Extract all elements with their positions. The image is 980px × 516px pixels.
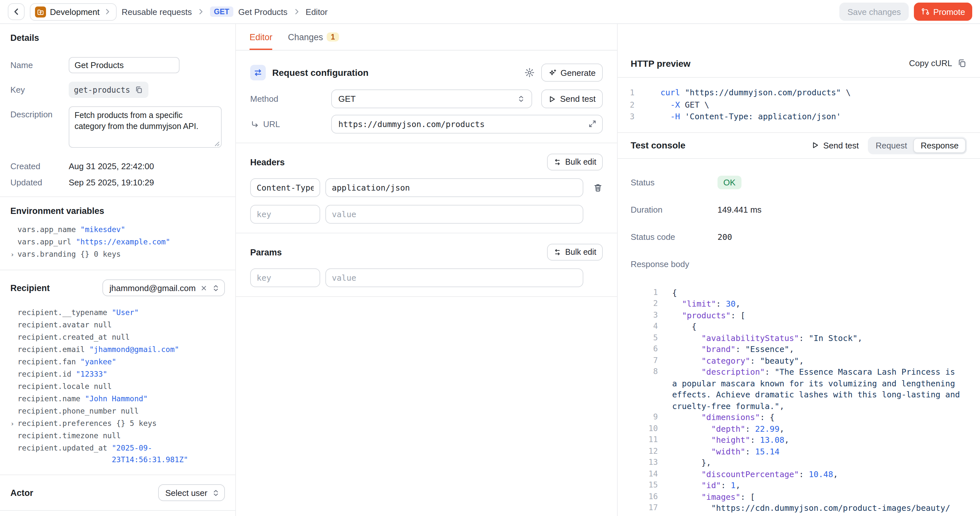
bulk-edit-icon: [554, 248, 561, 256]
line-number: 5: [618, 332, 658, 344]
send-test-button[interactable]: Send test: [541, 89, 603, 108]
breadcrumb-reusable-requests[interactable]: Reusable requests: [121, 7, 192, 16]
url-label: URL: [263, 119, 280, 129]
param-value-input[interactable]: [325, 268, 583, 287]
line-number: 4: [618, 321, 658, 332]
breadcrumb-request-name[interactable]: Get Products: [238, 7, 288, 16]
expand-chevron-icon[interactable]: ›: [10, 418, 18, 430]
recipient-select[interactable]: jhammond@gmail.com: [102, 279, 225, 296]
divider: [0, 196, 235, 197]
code-text: effects. Achieve dramatic lashes with th…: [672, 389, 960, 400]
toggle-request[interactable]: Request: [869, 138, 913, 153]
bulk-edit-icon: [554, 158, 561, 166]
line-number: 6: [618, 344, 658, 355]
request-config-section: Request configuration Generate Method GE…: [236, 51, 617, 516]
params-bulk-edit-button[interactable]: Bulk edit: [547, 244, 603, 261]
back-button[interactable]: [8, 3, 25, 20]
play-icon: [811, 141, 819, 149]
header-value-input[interactable]: [325, 205, 583, 224]
code-line: 15 "id": 1,: [618, 480, 980, 491]
line-number: 1: [618, 87, 635, 99]
code-text: "availabilityStatus": "In Stock",: [672, 332, 862, 344]
method-badge: GET: [210, 6, 233, 17]
select-chevrons-icon: [212, 489, 220, 497]
promote-button[interactable]: Promote: [914, 3, 972, 21]
description-field[interactable]: [69, 106, 222, 148]
header-key-input[interactable]: [250, 178, 320, 197]
save-changes-button[interactable]: Save changes: [840, 3, 909, 21]
promote-branch-icon: [921, 8, 929, 16]
property-row: ›recipient.email"jhammond@gmail.com": [10, 344, 225, 356]
line-number: 3: [618, 111, 635, 123]
status-badge: OK: [718, 176, 741, 189]
copy-icon: [957, 58, 967, 68]
divider: [236, 233, 617, 233]
code-line: 9 "dimensions": {: [618, 412, 980, 423]
code-text: "description": "The Essence Mascara Lash…: [672, 366, 955, 377]
updated-value: Sep 25 2025, 19:10:29: [69, 178, 154, 187]
code-text: a popular mascara known for its volumizi…: [672, 377, 955, 389]
tab-editor[interactable]: Editor: [250, 24, 272, 50]
trash-icon: [593, 183, 603, 193]
line-number: 10: [618, 423, 658, 434]
console-send-test-button[interactable]: Send test: [811, 140, 859, 150]
name-field[interactable]: [69, 57, 180, 73]
property-key: recipient.created_at: [18, 331, 107, 343]
resize-handle-icon[interactable]: [214, 141, 220, 147]
updated-label: Updated: [10, 178, 69, 187]
property-row: ›recipient.name"John Hammond": [10, 393, 225, 405]
duration-label: Duration: [631, 205, 718, 215]
delete-header-button[interactable]: [593, 183, 603, 193]
header-value-input[interactable]: [325, 178, 583, 197]
property-row: ›vars.app_url"https://example.com": [10, 236, 225, 248]
settings-gear-icon[interactable]: [524, 67, 535, 78]
copy-key-icon[interactable]: [135, 86, 143, 94]
clear-recipient-icon[interactable]: [200, 284, 207, 291]
property-row: ›recipient.avatarnull: [10, 319, 225, 331]
select-chevrons-icon: [517, 95, 525, 103]
property-key: recipient.phone_number: [18, 405, 116, 417]
curl-code: 1curl "https://dummyjson.com/products" \…: [618, 78, 980, 132]
request-configuration-title: Request configuration: [272, 67, 369, 78]
headers-bulk-edit-button[interactable]: Bulk edit: [547, 154, 603, 170]
expand-icon[interactable]: [588, 119, 597, 128]
status-label: Status: [631, 178, 718, 187]
env-vars-title: Environment variables: [10, 206, 225, 216]
response-body-label: Response body: [631, 259, 718, 269]
request-response-toggle: Request Response: [868, 137, 967, 154]
property-key: recipient.updated_at: [18, 442, 107, 454]
key-label: Key: [10, 82, 69, 98]
actor-title: Actor: [10, 488, 33, 497]
headers-title: Headers: [250, 157, 285, 167]
property-key: recipient.name: [18, 393, 80, 405]
toggle-response[interactable]: Response: [913, 138, 966, 153]
url-input[interactable]: [331, 115, 603, 134]
response-json: 1{2 "limit": 30,3 "products": [4 {5 "ava…: [618, 283, 980, 516]
copy-curl-button[interactable]: Copy cURL: [909, 58, 967, 68]
code-line: effects. Achieve dramatic lashes with th…: [618, 389, 980, 400]
code-text: essence-mascara-lash-princess/1.webp": [672, 514, 853, 516]
line-number: 7: [618, 355, 658, 366]
property-value: "https://example.com": [76, 236, 170, 248]
method-select[interactable]: GET: [331, 89, 532, 108]
code-line: 8 "description": "The Essence Mascara La…: [618, 366, 980, 377]
expand-chevron-icon[interactable]: ›: [10, 249, 18, 261]
actor-select[interactable]: Select user: [158, 484, 225, 501]
property-row: ›recipient.phone_numbernull: [10, 405, 225, 417]
code-text: -H 'Content-Type: application/json': [660, 111, 841, 123]
code-line: cruelty-free formula.",: [618, 400, 980, 412]
param-key-input[interactable]: [250, 268, 320, 287]
tab-changes[interactable]: Changes 1: [288, 24, 339, 50]
code-text: "images": [: [672, 491, 755, 502]
status-code-label: Status code: [631, 232, 718, 242]
environment-switcher[interactable]: Development: [30, 3, 116, 21]
header-key-input[interactable]: [250, 205, 320, 224]
property-value: "2025-09-23T14:56:31.981Z": [112, 442, 225, 465]
line-number: 1: [618, 287, 658, 298]
line-number: 16: [618, 491, 658, 502]
code-line: 10 "depth": 22.99,: [618, 423, 980, 434]
swap-arrows-icon: [250, 65, 266, 80]
code-line: 3 "products": [: [618, 309, 980, 321]
code-line: essence-mascara-lash-princess/1.webp": [618, 514, 980, 516]
generate-button[interactable]: Generate: [541, 64, 603, 82]
